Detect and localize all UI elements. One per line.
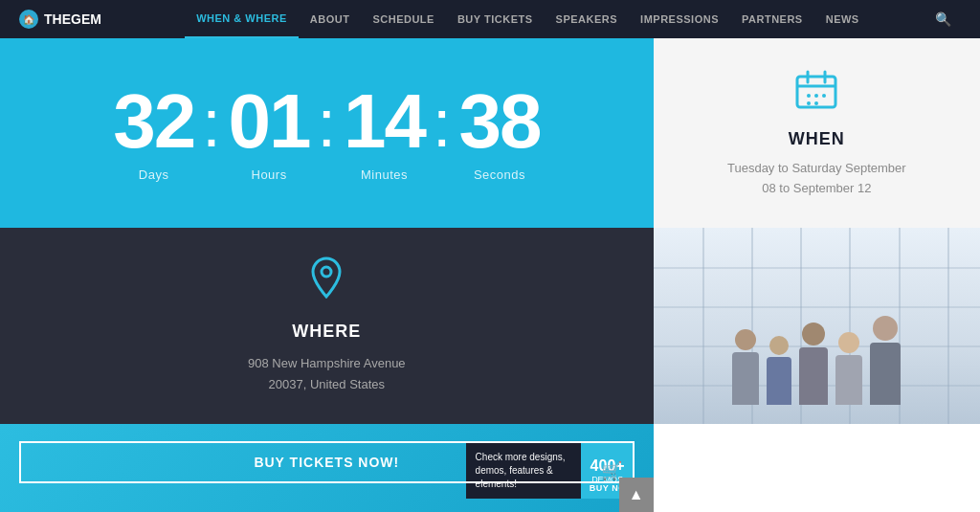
- business-scene: [654, 228, 980, 424]
- minutes-label: Minutes: [361, 167, 408, 182]
- nav-item-schedule[interactable]: SCHEDULE: [361, 0, 446, 38]
- person-3: [799, 323, 828, 405]
- logo-icon: 🏠: [19, 10, 38, 29]
- search-icon[interactable]: 🔍: [925, 11, 961, 27]
- separator-1: :: [194, 90, 228, 157]
- timer-days: 32 Days: [113, 83, 194, 182]
- person-2: [767, 336, 791, 405]
- image-section: [654, 228, 980, 424]
- person-4: [835, 332, 862, 405]
- countdown-timer: 32 Days : 01 Hours : 14 Minutes : 38 Sec…: [113, 83, 540, 182]
- where-address: 908 New Hampshire Avenue 20037, United S…: [248, 353, 406, 395]
- timer-minutes: 14 Minutes: [344, 83, 425, 182]
- svg-point-7: [807, 101, 811, 105]
- seconds-label: Seconds: [474, 167, 525, 182]
- hours-value: 01: [229, 83, 310, 160]
- calendar-icon: [792, 67, 840, 115]
- logo[interactable]: 🏠 THEGEM: [19, 10, 101, 29]
- minutes-value: 14: [344, 83, 425, 160]
- nav-item-when-where[interactable]: WHEN & WHERE: [185, 0, 299, 38]
- nav-item-buy-tickets[interactable]: BUY TICKETS: [446, 0, 545, 38]
- when-section: WHEN Tuesday to Saturday September 08 to…: [654, 38, 980, 228]
- where-title: WHERE: [292, 322, 361, 342]
- hours-label: Hours: [252, 167, 287, 182]
- nav-item-partners[interactable]: PARTNERS: [730, 0, 814, 38]
- svg-point-8: [814, 101, 818, 105]
- days-label: Days: [139, 167, 169, 182]
- promo-section: Check more designs, demos, features & el…: [0, 424, 654, 512]
- svg-point-4: [807, 94, 811, 98]
- when-date: Tuesday to Saturday September 08 to Sept…: [727, 159, 906, 199]
- nav-item-news[interactable]: NEWS: [814, 0, 871, 38]
- people-silhouettes: [732, 316, 901, 405]
- location-icon: [309, 256, 344, 307]
- timer-seconds: 38 Seconds: [458, 83, 540, 182]
- separator-2: :: [310, 90, 344, 157]
- separator-3: :: [425, 90, 458, 157]
- timer-hours: 01 Hours: [229, 83, 310, 182]
- where-section: WHERE 908 New Hampshire Avenue 20037, Un…: [0, 228, 654, 424]
- person-1: [732, 329, 759, 405]
- nav-item-speakers[interactable]: SPEAKERS: [545, 0, 630, 38]
- countdown-section: 32 Days : 01 Hours : 14 Minutes : 38 Sec…: [0, 38, 654, 228]
- main-content: 32 Days : 01 Hours : 14 Minutes : 38 Sec…: [0, 38, 980, 512]
- nav-item-about[interactable]: ABOUT: [299, 0, 362, 38]
- person-5: [870, 316, 901, 405]
- svg-point-5: [814, 94, 818, 98]
- seconds-value: 38: [458, 83, 540, 160]
- svg-point-9: [322, 267, 331, 277]
- nav-item-impressions[interactable]: IMPRESSIONS: [629, 0, 730, 38]
- navbar: 🏠 THEGEM WHEN & WHERE ABOUT SCHEDULE BUY…: [0, 0, 980, 38]
- scroll-up-button[interactable]: ▲: [619, 478, 654, 512]
- svg-point-6: [822, 94, 826, 98]
- days-value: 32: [113, 83, 194, 160]
- buy-tickets-button[interactable]: BUY TICKETS NOW!: [19, 441, 635, 483]
- navbar-nav: WHEN & WHERE ABOUT SCHEDULE BUY TICKETS …: [130, 0, 925, 38]
- logo-text: THEGEM: [44, 11, 101, 27]
- when-title: WHEN: [789, 129, 845, 149]
